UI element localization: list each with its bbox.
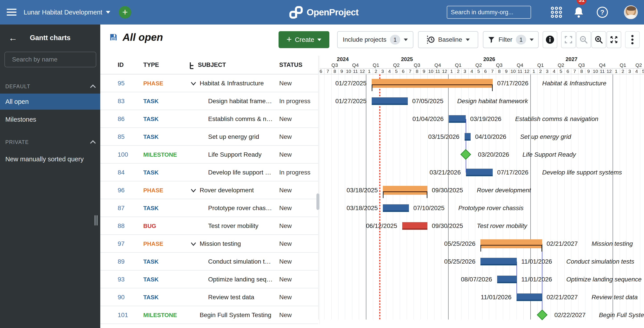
work-package-id-link[interactable]: 96	[118, 187, 124, 194]
collapse-chevron-icon[interactable]	[190, 82, 196, 86]
gantt-bar[interactable]	[480, 239, 542, 248]
sidebar-resize-handle[interactable]	[94, 215, 98, 226]
filter-count: 1	[516, 35, 526, 44]
work-package-subject[interactable]: Conduct simulation t…	[208, 258, 271, 265]
gantt-bar[interactable]	[516, 294, 542, 301]
work-package-subject[interactable]: Develop life support …	[208, 169, 271, 176]
work-package-id-link[interactable]: 85	[118, 133, 124, 140]
table-row[interactable]: 89 TASK Conduct simulation t… New	[100, 253, 318, 270]
table-row[interactable]: 100 MILESTONE Life Support Ready New	[100, 146, 318, 164]
sidebar-item-milestones[interactable]: Milestones	[0, 112, 100, 128]
work-package-subject[interactable]: Mission testing	[200, 240, 241, 247]
work-package-id-link[interactable]: 89	[118, 258, 124, 265]
info-button[interactable]	[542, 31, 557, 48]
work-package-type: MILESTONE	[143, 312, 177, 319]
project-name: Lunar Habitat Development	[24, 9, 102, 16]
work-package-id-link[interactable]: 101	[118, 312, 128, 319]
filter-button[interactable]: Filter 1	[483, 31, 538, 48]
table-row[interactable]: 96 PHASE Rover development New	[100, 182, 318, 199]
work-package-id-link[interactable]: 88	[118, 222, 124, 230]
month-gridline	[324, 74, 324, 320]
openproject-logo[interactable]: OpenProject	[289, 0, 358, 24]
zoom-out-button[interactable]	[576, 31, 591, 48]
table-row[interactable]: 87 TASK Prototype rover chas… New	[100, 199, 318, 217]
table-row[interactable]: 83 TASK Design habitat frame… In progres…	[100, 92, 318, 110]
table-row[interactable]: 85 TASK Set up energy grid New	[100, 128, 318, 146]
include-projects-button[interactable]: Include projects 1	[337, 31, 413, 48]
collapse-chevron-icon[interactable]	[190, 242, 196, 246]
section-private[interactable]: PRIVATE	[5, 138, 95, 146]
baseline-button[interactable]: Baseline	[418, 31, 478, 48]
gantt-bar[interactable]	[480, 258, 517, 266]
work-package-subject[interactable]: Test rover mobility	[208, 222, 258, 230]
section-default[interactable]: DEFAULT	[5, 82, 95, 91]
work-package-id-link[interactable]: 87	[118, 204, 124, 212]
milestone-diamond[interactable]	[537, 310, 548, 320]
work-package-subject[interactable]: Review test data	[208, 294, 254, 301]
more-options-button[interactable]	[625, 31, 640, 48]
collapse-chevron-icon[interactable]	[190, 188, 196, 192]
work-package-subject[interactable]: Habitat & Infrastructure	[200, 80, 264, 87]
work-package-id-link[interactable]: 83	[118, 98, 124, 105]
work-package-subject[interactable]: Prototype rover chas…	[208, 204, 272, 212]
gantt-bar[interactable]	[402, 222, 427, 230]
quick-add-button[interactable]: +	[119, 6, 131, 18]
table-row[interactable]: 84 TASK Develop life support … In progre…	[100, 164, 318, 182]
gantt-bar[interactable]	[383, 204, 409, 212]
table-row[interactable]: 101 MILESTONE Begin Full System Testing …	[100, 306, 318, 324]
global-search-input[interactable]	[451, 9, 530, 16]
work-package-id-link[interactable]: 97	[118, 240, 124, 247]
col-type[interactable]: TYPE	[143, 62, 159, 68]
work-package-subject[interactable]: Set up energy grid	[208, 133, 259, 140]
sidebar-search[interactable]	[4, 52, 96, 67]
work-package-subject[interactable]: Begin Full System Testing	[200, 312, 272, 319]
auto-zoom-button[interactable]	[606, 31, 621, 48]
work-package-id-link[interactable]: 84	[118, 169, 124, 176]
zoom-to-selection-button[interactable]	[561, 31, 576, 48]
create-button[interactable]: + Create	[278, 31, 329, 48]
gantt-bar[interactable]	[464, 133, 471, 140]
table-row[interactable]: 88 BUG Test rover mobility New	[100, 217, 318, 235]
work-package-subject[interactable]: Design habitat frame…	[208, 98, 272, 105]
zoom-in-button[interactable]	[592, 31, 606, 48]
sidebar-item-new-manually-sorted-query[interactable]: New manually sorted query	[0, 151, 100, 167]
table-row[interactable]: 97 PHASE Mission testing New	[100, 235, 318, 253]
gantt-bar[interactable]	[383, 186, 427, 195]
table-row[interactable]: 86 TASK Establish comms & n… New	[100, 110, 318, 128]
back-arrow-icon[interactable]: ←	[8, 34, 18, 42]
modules-grid-icon[interactable]	[549, 0, 564, 24]
table-row[interactable]: 95 PHASE Habitat & Infrastructure New	[100, 74, 318, 92]
hierarchy-sort-icon[interactable]	[190, 62, 195, 69]
work-package-subject[interactable]: Optimize landing seq…	[208, 276, 272, 283]
col-id[interactable]: ID	[118, 62, 124, 68]
work-package-id-link[interactable]: 95	[118, 80, 124, 87]
col-status[interactable]: STATUS	[279, 62, 302, 68]
gantt-bar[interactable]	[449, 115, 466, 123]
col-subject[interactable]: SUBJECT	[198, 62, 226, 68]
work-package-id-link[interactable]: 86	[118, 116, 124, 122]
gantt-bar[interactable]	[466, 169, 493, 176]
work-package-id-link[interactable]: 100	[118, 151, 128, 158]
sidebar-item-all-open[interactable]: All open	[0, 94, 100, 110]
month-label: 9	[585, 69, 592, 74]
hamburger-menu-icon[interactable]	[7, 8, 16, 16]
table-row[interactable]: 90 TASK Review test data New	[100, 288, 318, 306]
milestone-diamond[interactable]	[460, 149, 471, 160]
user-menu[interactable]	[623, 0, 639, 24]
work-package-subject[interactable]: Rover development	[200, 187, 254, 194]
table-row[interactable]: 93 TASK Optimize landing seq… New	[100, 270, 318, 288]
work-package-subject[interactable]: Establish comms & n…	[208, 116, 272, 122]
notifications-bell[interactable]: 31	[571, 0, 586, 24]
splitter-drag-handle[interactable]	[316, 194, 319, 210]
project-selector[interactable]: Lunar Habitat Development	[24, 0, 110, 24]
work-package-subject[interactable]: Life Support Ready	[208, 151, 262, 158]
global-search[interactable]	[447, 6, 531, 19]
work-package-id-link[interactable]: 90	[118, 294, 124, 301]
help-button[interactable]: ?	[594, 0, 610, 24]
gantt-bar[interactable]	[372, 79, 493, 88]
work-package-id-link[interactable]: 93	[118, 276, 124, 283]
sidebar-search-input[interactable]	[12, 56, 92, 63]
gantt-bar[interactable]	[372, 98, 408, 105]
month-label: 3	[461, 69, 468, 74]
gantt-bar[interactable]	[497, 276, 517, 283]
